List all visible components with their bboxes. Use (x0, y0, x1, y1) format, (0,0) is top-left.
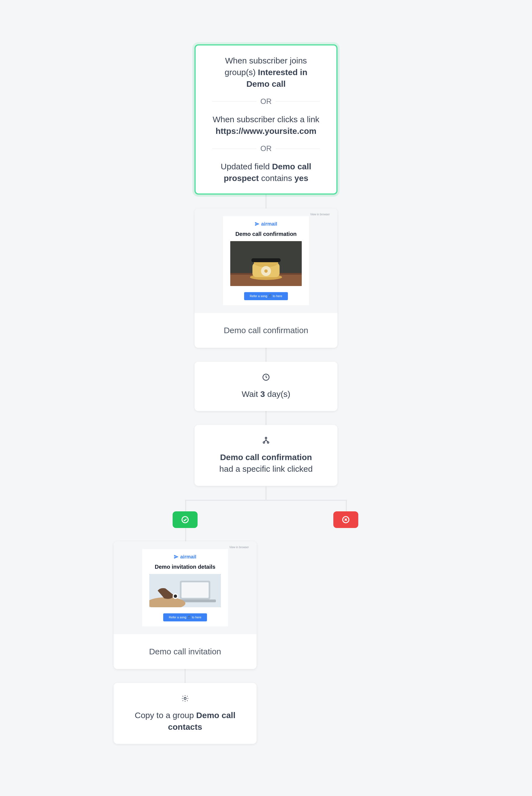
automation-flow: When subscriber joins group(s) Intereste… (0, 44, 532, 744)
email-title: Demo invitation details (155, 564, 215, 570)
email-hero-image (230, 241, 302, 286)
email-step-label: Demo call invitation (114, 634, 256, 656)
condition-email-name: Demo call confirmation (220, 453, 312, 462)
paper-plane-icon (174, 554, 179, 559)
laptop-illustration (149, 574, 221, 607)
text: When subscriber clicks a link (212, 115, 319, 124)
x-circle-icon (342, 515, 350, 524)
trigger-condition-3: Updated field Demo call prospect contain… (212, 161, 320, 184)
email-title: Demo call confirmation (235, 231, 297, 237)
wait-days: 3 (260, 390, 265, 399)
no-badge[interactable] (333, 511, 358, 528)
view-browser-link: View in browser (310, 213, 330, 216)
trigger-condition-2: When subscriber clicks a link https://ww… (212, 114, 320, 137)
svg-point-21 (174, 594, 177, 598)
connector (265, 411, 267, 425)
yes-badge[interactable] (173, 511, 197, 528)
paper-plane-icon (255, 222, 260, 226)
email-step-label: Demo call confirmation (194, 313, 338, 335)
condition-rule: had a specific link clicked (220, 464, 313, 473)
email-logo: airmail (174, 554, 196, 560)
view-browser-link: View in browser (229, 546, 249, 549)
divider-or: OR (212, 96, 320, 107)
svg-point-22 (184, 697, 186, 700)
email-preview-area: View in browser airmail Demo call confir… (194, 208, 338, 313)
email-preview-area: View in browser airmail Demo invitation … (114, 541, 256, 634)
email-step-card[interactable]: View in browser airmail Demo call confir… (194, 208, 338, 348)
text: Updated field (221, 162, 272, 171)
connector (185, 669, 186, 683)
yes-branch: View in browser airmail Demo invitation … (114, 541, 256, 744)
condition-step-card[interactable]: Demo call confirmation had a specific li… (194, 425, 338, 486)
action-step-card[interactable]: Copy to a group Demo call contacts (114, 683, 256, 744)
or-label: OR (256, 144, 276, 154)
or-label: OR (256, 96, 276, 107)
no-branch (276, 541, 418, 744)
trigger-card[interactable]: When subscriber joins group(s) Intereste… (194, 44, 338, 194)
svg-point-8 (264, 269, 268, 273)
branch-split (0, 486, 532, 541)
trigger-condition-1: When subscriber joins group(s) Intereste… (212, 55, 320, 90)
email-cta-button: Refer a song 🎵 to here (244, 292, 288, 300)
action-text: Copy to a group Demo call contacts (125, 709, 246, 733)
link-url: https://www.yoursite.com (215, 126, 317, 135)
condition-text: Demo call confirmation had a specific li… (206, 452, 326, 475)
email-preview: airmail Demo invitation details (142, 549, 228, 626)
phone-illustration (230, 241, 302, 286)
branches-row: View in browser airmail Demo invitation … (0, 541, 532, 744)
wait-step-card[interactable]: Wait 3 day(s) (194, 362, 338, 411)
connector (265, 194, 267, 208)
logo-text: airmail (180, 554, 196, 560)
divider-or: OR (212, 144, 320, 154)
gear-icon (125, 694, 246, 706)
svg-rect-6 (251, 258, 281, 262)
email-logo: airmail (255, 221, 277, 227)
connector (265, 348, 267, 362)
logo-text: airmail (261, 221, 277, 227)
email-hero-image (149, 574, 221, 607)
check-circle-icon (181, 515, 189, 524)
wait-text: Wait 3 day(s) (206, 388, 326, 400)
email-cta-button: Refer a song 🎵 to here (163, 613, 207, 621)
text: Wait (242, 390, 260, 399)
svg-rect-17 (182, 582, 209, 598)
text: Copy to a group (135, 710, 196, 720)
text: day(s) (265, 390, 290, 399)
clock-icon (206, 373, 326, 384)
svg-point-10 (265, 437, 267, 439)
field-value: yes (294, 173, 308, 183)
branch-icon (206, 436, 326, 448)
email-step-card[interactable]: View in browser airmail Demo invitation … (114, 541, 256, 669)
email-preview: airmail Demo call confirmation (223, 216, 309, 305)
text: contains (259, 173, 294, 183)
